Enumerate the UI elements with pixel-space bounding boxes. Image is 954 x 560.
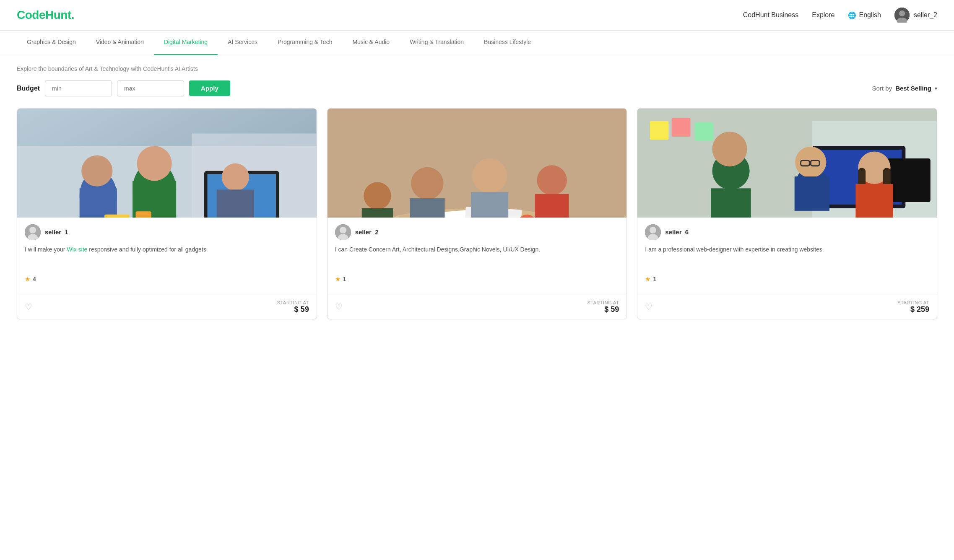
rating-row: ★ 4	[25, 275, 309, 283]
svg-point-52	[712, 132, 747, 166]
sort-row: Sort by Best Selling ▾	[872, 85, 937, 92]
svg-point-42	[340, 227, 346, 233]
card-3: seller_6 I am a professional web-designe…	[637, 108, 937, 319]
seller-name: seller_2	[355, 228, 379, 236]
star-icon: ★	[335, 275, 341, 283]
rating-count: 1	[653, 276, 656, 283]
svg-rect-18	[104, 214, 129, 217]
category-item-graphics[interactable]: Graphics & Design	[17, 31, 86, 55]
category-item-video[interactable]: Video & Animation	[86, 31, 154, 55]
explore-text: Explore the boundaries of Art & Technolo…	[17, 65, 937, 72]
rating-count: 1	[343, 276, 346, 283]
header-nav: CodHunt Business Explore 🌐 English selle…	[743, 8, 937, 23]
price-block: STARTING AT $ 59	[277, 300, 309, 314]
card-footer: ♡ STARTING AT $ 59	[328, 295, 627, 319]
svg-rect-19	[135, 211, 151, 218]
explore-link[interactable]: Explore	[812, 11, 834, 19]
business-link[interactable]: CodHunt Business	[743, 11, 799, 19]
svg-point-35	[472, 158, 507, 193]
seller-avatar	[25, 224, 41, 240]
logo[interactable]: CodeHunt.	[17, 8, 74, 22]
starting-at-label: STARTING AT	[277, 300, 309, 305]
price-value: $ 59	[604, 305, 619, 314]
logo-text: CodeHunt	[17, 8, 71, 21]
card-footer: ♡ STARTING AT $ 259	[637, 295, 937, 319]
card-image	[637, 109, 937, 218]
globe-icon: 🌐	[848, 11, 856, 19]
svg-point-69	[650, 227, 656, 233]
category-item-music[interactable]: Music & Audio	[342, 31, 400, 55]
star-icon: ★	[25, 275, 30, 283]
svg-point-15	[222, 163, 249, 190]
sort-label: Sort by	[872, 85, 892, 92]
header: CodeHunt. CodHunt Business Explore 🌐 Eng…	[0, 0, 954, 31]
svg-point-13	[81, 155, 112, 186]
card-1: seller_1 I will make your Wix site respo…	[17, 108, 317, 319]
card-desc-text: I can Create Concern Art, Architectural …	[335, 246, 540, 253]
svg-point-21	[29, 227, 36, 233]
svg-rect-38	[535, 194, 569, 217]
seller-row: seller_2	[335, 224, 619, 240]
card-body: seller_2 I can Create Concern Art, Archi…	[328, 218, 627, 295]
starting-at-label: STARTING AT	[587, 300, 619, 305]
category-item-digital[interactable]: Digital Marketing	[154, 31, 218, 55]
category-item-programming[interactable]: Programming & Tech	[268, 31, 342, 55]
main-content: Explore the boundaries of Art & Technolo…	[0, 55, 954, 329]
card-desc-text: I am a professional web-designer with ex…	[645, 246, 824, 253]
apply-button[interactable]: Apply	[189, 80, 230, 96]
svg-point-37	[537, 165, 567, 195]
price-value: $ 59	[294, 305, 309, 314]
category-item-writing[interactable]: Writing & Translation	[400, 31, 474, 55]
card-image	[328, 109, 627, 218]
seller-avatar	[335, 224, 351, 240]
starting-at-label: STARTING AT	[897, 300, 929, 305]
card-image	[17, 109, 317, 218]
favorite-button[interactable]: ♡	[25, 302, 32, 312]
budget-min-input[interactable]	[45, 80, 112, 96]
svg-point-1	[899, 10, 905, 16]
star-icon: ★	[645, 275, 650, 283]
card-description: I am a professional web-designer with ex…	[645, 245, 929, 270]
budget-label: Budget	[17, 85, 40, 92]
card-description: I will make your Wix site responsive and…	[25, 245, 309, 270]
avatar	[894, 8, 910, 23]
svg-point-33	[411, 167, 443, 199]
svg-rect-53	[711, 188, 751, 218]
logo-dot: .	[71, 8, 74, 21]
price-block: STARTING AT $ 59	[587, 300, 619, 314]
chevron-down-icon[interactable]: ▾	[935, 86, 937, 91]
favorite-button[interactable]: ♡	[645, 302, 652, 312]
category-item-business[interactable]: Business Lifestyle	[474, 31, 541, 55]
svg-rect-59	[795, 176, 829, 211]
card-desc-prefix: I will make your	[25, 246, 67, 253]
svg-rect-16	[217, 189, 254, 218]
language-label: English	[859, 11, 881, 19]
sort-value[interactable]: Best Selling	[895, 85, 931, 92]
budget-max-input[interactable]	[117, 80, 184, 96]
rating-row: ★ 1	[645, 275, 929, 283]
card-body: seller_1 I will make your Wix site respo…	[17, 218, 317, 295]
language-selector[interactable]: 🌐 English	[848, 11, 881, 19]
rating-row: ★ 1	[335, 275, 619, 283]
user-menu[interactable]: seller_2	[894, 8, 937, 23]
seller-name: seller_1	[45, 228, 68, 236]
card-footer: ♡ STARTING AT $ 59	[17, 295, 317, 319]
svg-rect-65	[650, 121, 669, 140]
svg-rect-66	[672, 118, 691, 137]
username: seller_2	[914, 11, 937, 19]
svg-rect-67	[695, 122, 714, 141]
svg-rect-34	[410, 198, 445, 218]
seller-avatar	[645, 224, 661, 240]
svg-rect-64	[856, 184, 893, 217]
favorite-button[interactable]: ♡	[335, 302, 343, 312]
svg-point-10	[137, 146, 172, 181]
card-description: I can Create Concern Art, Architectural …	[335, 245, 619, 270]
seller-name: seller_6	[665, 228, 689, 236]
card-desc-highlight: Wix site	[67, 246, 87, 253]
category-item-ai[interactable]: AI Services	[218, 31, 268, 55]
category-nav: Graphics & DesignVideo & AnimationDigita…	[0, 31, 954, 55]
price-block: STARTING AT $ 259	[897, 300, 929, 314]
svg-rect-36	[471, 192, 508, 218]
seller-row: seller_1	[25, 224, 309, 240]
filter-row: Budget Apply Sort by Best Selling ▾	[17, 80, 937, 96]
